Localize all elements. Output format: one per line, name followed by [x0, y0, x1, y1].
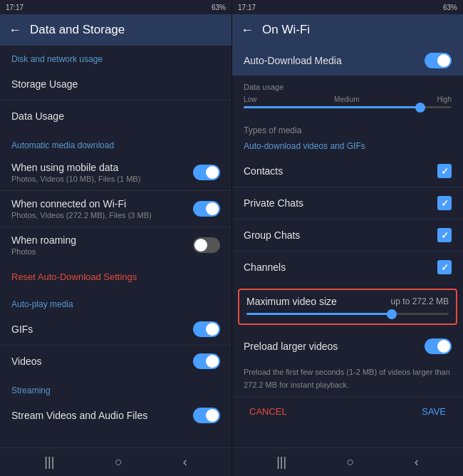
gifs-toggle[interactable]: [193, 321, 220, 337]
list-item-channels[interactable]: Channels ✓: [232, 252, 463, 283]
toggle-knob: [206, 409, 219, 422]
right-header: ← On Wi-Fi: [232, 14, 463, 46]
list-item-stream[interactable]: Stream Videos and Audio Files: [0, 400, 232, 431]
nav-menu-icon-right[interactable]: |||: [276, 455, 286, 470]
left-header: ← Data and Storage: [0, 14, 232, 46]
data-usage-section: Data usage Low Medium High: [232, 76, 463, 118]
section-autoplay-label: Auto-play media: [0, 291, 232, 314]
channels-checkbox[interactable]: ✓: [437, 260, 452, 274]
max-video-slider-fill: [246, 313, 392, 315]
list-item-gifs[interactable]: GIFs: [0, 314, 232, 345]
time-left: 17:17: [6, 4, 24, 11]
max-video-slider-knob[interactable]: [387, 309, 397, 319]
roaming-subtitle: Photos: [11, 247, 193, 256]
roaming-title: When roaming: [11, 234, 193, 246]
contacts-checkbox[interactable]: ✓: [437, 164, 452, 178]
nav-menu-icon[interactable]: |||: [44, 455, 54, 470]
list-item-preload[interactable]: Preload larger videos: [232, 331, 463, 362]
preload-toggle[interactable]: [425, 338, 452, 354]
storage-usage-title: Storage Usage: [11, 78, 220, 90]
check-icon: ✓: [441, 230, 449, 241]
toggle-knob: [437, 54, 450, 67]
cancel-button[interactable]: CANCEL: [244, 403, 293, 420]
nav-home-icon[interactable]: ○: [115, 455, 123, 470]
save-button[interactable]: SAVE: [416, 403, 452, 420]
toggle-knob: [194, 239, 207, 252]
battery-right: 63%: [443, 4, 457, 11]
list-item-mobile-data[interactable]: When using mobile data Photos, Videos (1…: [0, 155, 232, 190]
right-content: Auto-Download Media Data usage Low Mediu…: [232, 46, 463, 447]
private-chats-checkbox[interactable]: ✓: [437, 196, 452, 210]
left-page-title: Data and Storage: [30, 23, 125, 37]
group-chats-checkbox[interactable]: ✓: [437, 228, 452, 242]
slider-fill: [244, 106, 420, 108]
list-item-roaming[interactable]: When roaming Photos: [0, 227, 232, 263]
toggle-knob: [206, 202, 219, 215]
back-button-left[interactable]: ←: [9, 23, 21, 38]
mobile-data-subtitle: Photos, Videos (10 MB), Files (1 MB): [11, 175, 193, 183]
list-item-private-chats[interactable]: Private Chats ✓: [232, 187, 463, 219]
auto-download-section: Auto-Download Media: [232, 46, 463, 76]
left-content: Disk and network usage Storage Usage Dat…: [0, 46, 232, 447]
wifi-toggle[interactable]: [193, 201, 220, 217]
max-video-title: Maximum video size: [246, 296, 337, 307]
max-video-slider[interactable]: [246, 313, 449, 315]
slider-label-high: High: [437, 95, 452, 103]
slider-label-medium: Medium: [334, 95, 360, 103]
auto-download-videos-label: Auto-download videos and GIFs: [232, 138, 463, 155]
gifs-title: GIFs: [11, 324, 193, 335]
right-nav-bar: ||| ○ ‹: [232, 447, 463, 476]
nav-back-icon-right[interactable]: ‹: [415, 455, 419, 470]
bottom-buttons: CANCEL SAVE: [232, 397, 463, 425]
data-usage-slider[interactable]: [244, 106, 452, 108]
preload-subtitle: Preload the first few seconds (1-2 MB) o…: [244, 368, 450, 389]
auto-download-toggle[interactable]: [425, 53, 452, 68]
list-item-contacts[interactable]: Contacts ✓: [232, 155, 463, 187]
back-button-right[interactable]: ←: [241, 23, 254, 38]
mobile-data-title: When using mobile data: [11, 162, 193, 173]
roaming-toggle[interactable]: [193, 237, 220, 253]
right-page-title: On Wi-Fi: [262, 23, 310, 37]
stream-toggle[interactable]: [193, 408, 220, 423]
section-streaming-label: Streaming: [0, 377, 232, 400]
toggle-knob: [206, 323, 219, 336]
reset-button[interactable]: Reset Auto-Download Settings: [0, 263, 232, 291]
nav-back-icon[interactable]: ‹: [183, 455, 187, 470]
videos-toggle[interactable]: [193, 353, 220, 369]
private-chats-title: Private Chats: [244, 197, 303, 209]
list-item-videos[interactable]: Videos: [0, 346, 232, 377]
toggle-knob: [206, 355, 219, 368]
nav-home-icon-right[interactable]: ○: [347, 455, 355, 470]
left-status-bar: 17:17 63%: [0, 0, 232, 14]
mobile-data-toggle[interactable]: [193, 165, 220, 180]
section-auto-label: Automatic media download: [0, 132, 232, 155]
check-icon: ✓: [441, 166, 449, 177]
contacts-title: Contacts: [244, 165, 283, 177]
stream-title: Stream Videos and Audio Files: [11, 410, 193, 421]
preload-title: Preload larger videos: [244, 341, 425, 352]
list-item-group-chats[interactable]: Group Chats ✓: [232, 219, 463, 251]
list-item-storage[interactable]: Storage Usage: [0, 68, 232, 100]
section-disk-label: Disk and network usage: [0, 46, 232, 68]
list-item-data-usage[interactable]: Data Usage: [0, 100, 232, 132]
check-icon: ✓: [441, 198, 449, 209]
time-right: 17:17: [238, 4, 256, 11]
max-video-section: Maximum video size up to 272.2 MB: [238, 289, 457, 325]
check-icon: ✓: [441, 262, 449, 273]
data-usage-section-label: Data usage: [244, 83, 452, 91]
right-panel: 17:17 63% ← On Wi-Fi Auto-Download Media…: [232, 0, 463, 476]
list-item-wifi[interactable]: When connected on Wi-Fi Photos, Videos (…: [0, 191, 232, 227]
left-status-right: 63%: [212, 4, 226, 11]
max-video-value: up to 272.2 MB: [391, 296, 449, 306]
slider-knob[interactable]: [415, 103, 425, 113]
toggle-knob: [206, 166, 219, 179]
right-status-right: 63%: [443, 4, 457, 11]
left-nav-bar: ||| ○ ‹: [0, 447, 232, 476]
group-chats-title: Group Chats: [244, 229, 300, 241]
data-usage-title: Data Usage: [11, 110, 220, 122]
wifi-title: When connected on Wi-Fi: [11, 198, 193, 209]
left-panel: 17:17 63% ← Data and Storage Disk and ne…: [0, 0, 232, 476]
right-status-time: 17:17: [238, 4, 256, 11]
right-status-bar: 17:17 63%: [232, 0, 463, 14]
types-of-media-label: Types of media: [232, 118, 463, 138]
